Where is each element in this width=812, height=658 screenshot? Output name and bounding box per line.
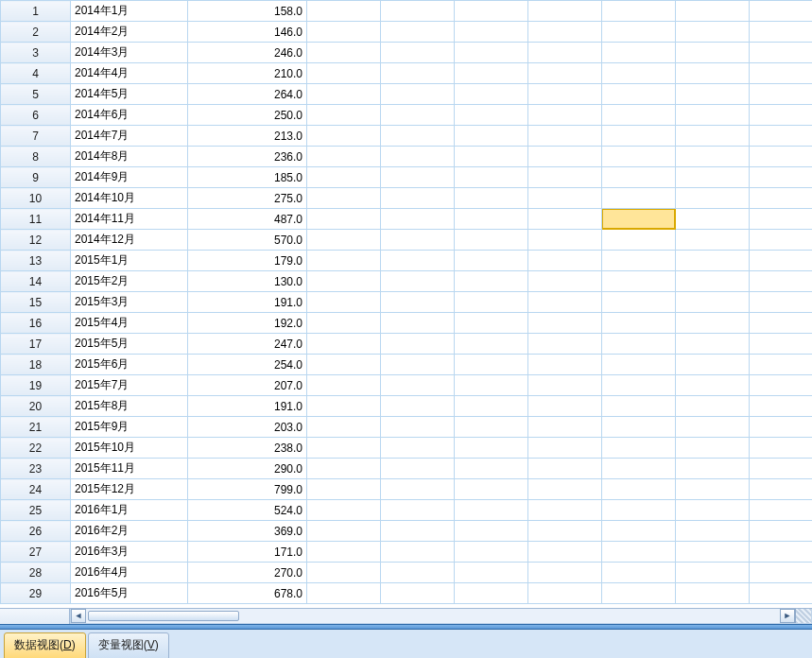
cell-empty[interactable] [455,479,528,500]
cell-empty[interactable] [455,105,528,126]
cell-date[interactable]: 2015年10月 [71,438,188,459]
cell-empty[interactable] [676,417,750,438]
cell-value[interactable]: 270.0 [188,563,307,583]
cell-empty[interactable] [455,1,528,22]
cell-empty[interactable] [676,375,750,396]
cell-empty[interactable] [528,271,602,292]
cell-empty[interactable] [602,230,676,251]
cell-selected[interactable] [602,209,676,230]
cell-empty[interactable] [750,209,813,230]
row-header[interactable]: 20 [1,396,71,417]
scroll-thumb[interactable] [88,611,239,621]
cell-date[interactable]: 2014年1月 [71,1,188,22]
cell-empty[interactable] [455,521,528,542]
cell-empty[interactable] [750,22,813,43]
cell-empty[interactable] [750,459,813,479]
row-header[interactable]: 8 [1,147,71,167]
cell-empty[interactable] [455,583,528,604]
cell-empty[interactable] [750,417,813,438]
cell-empty[interactable] [750,230,813,251]
cell-value[interactable]: 210.0 [188,63,307,84]
cell-date[interactable]: 2014年8月 [71,147,188,167]
cell-empty[interactable] [381,438,455,459]
row-header[interactable]: 17 [1,334,71,355]
cell-empty[interactable] [528,542,602,563]
cell-date[interactable]: 2014年11月 [71,209,188,230]
cell-date[interactable]: 2015年6月 [71,355,188,375]
cell-empty[interactable] [307,43,381,63]
cell-empty[interactable] [676,188,750,209]
cell-empty[interactable] [528,334,602,355]
cell-value[interactable]: 678.0 [188,583,307,604]
cell-empty[interactable] [676,105,750,126]
cell-empty[interactable] [676,563,750,583]
cell-empty[interactable] [455,459,528,479]
cell-empty[interactable] [676,271,750,292]
cell-empty[interactable] [307,188,381,209]
cell-date[interactable]: 2016年4月 [71,563,188,583]
cell-empty[interactable] [750,375,813,396]
cell-empty[interactable] [307,22,381,43]
cell-value[interactable]: 275.0 [188,188,307,209]
cell-empty[interactable] [455,438,528,459]
cell-empty[interactable] [528,438,602,459]
cell-empty[interactable] [602,521,676,542]
cell-empty[interactable] [455,147,528,167]
cell-date[interactable]: 2014年2月 [71,22,188,43]
row-header[interactable]: 7 [1,126,71,147]
row-header[interactable]: 1 [1,1,71,22]
row-header[interactable]: 28 [1,563,71,583]
cell-empty[interactable] [307,459,381,479]
cell-empty[interactable] [750,63,813,84]
tab-variable-view[interactable]: 变量视图(V) [88,632,169,658]
cell-empty[interactable] [602,355,676,375]
cell-empty[interactable] [528,459,602,479]
cell-date[interactable]: 2016年2月 [71,521,188,542]
cell-empty[interactable] [676,459,750,479]
row-header[interactable]: 5 [1,84,71,105]
cell-date[interactable]: 2014年7月 [71,126,188,147]
cell-empty[interactable] [455,22,528,43]
cell-empty[interactable] [528,84,602,105]
cell-empty[interactable] [381,292,455,313]
cell-empty[interactable] [602,500,676,521]
cell-empty[interactable] [381,459,455,479]
cell-empty[interactable] [528,521,602,542]
row-header[interactable]: 21 [1,417,71,438]
row-header[interactable]: 6 [1,105,71,126]
cell-empty[interactable] [528,417,602,438]
cell-date[interactable]: 2015年7月 [71,375,188,396]
tab-data-view[interactable]: 数据视图(D) [4,632,86,658]
row-header[interactable]: 18 [1,355,71,375]
cell-empty[interactable] [307,230,381,251]
cell-value[interactable]: 203.0 [188,417,307,438]
cell-empty[interactable] [307,334,381,355]
cell-empty[interactable] [307,438,381,459]
cell-empty[interactable] [528,230,602,251]
row-header[interactable]: 4 [1,63,71,84]
cell-value[interactable]: 213.0 [188,126,307,147]
cell-empty[interactable] [307,105,381,126]
cell-empty[interactable] [602,105,676,126]
cell-empty[interactable] [455,396,528,417]
row-header[interactable]: 15 [1,292,71,313]
cell-empty[interactable] [676,500,750,521]
cell-date[interactable]: 2014年3月 [71,43,188,63]
cell-empty[interactable] [750,500,813,521]
scroll-left-arrow-icon[interactable]: ◄ [71,609,86,623]
cell-date[interactable]: 2014年4月 [71,63,188,84]
cell-empty[interactable] [381,251,455,271]
cell-empty[interactable] [602,563,676,583]
horizontal-scrollbar[interactable]: ◄ ► [70,609,812,624]
row-header[interactable]: 11 [1,209,71,230]
cell-empty[interactable] [602,583,676,604]
cell-empty[interactable] [750,583,813,604]
cell-date[interactable]: 2015年4月 [71,313,188,334]
cell-empty[interactable] [676,84,750,105]
cell-value[interactable]: 290.0 [188,459,307,479]
cell-value[interactable]: 158.0 [188,1,307,22]
cell-date[interactable]: 2015年2月 [71,271,188,292]
cell-empty[interactable] [455,563,528,583]
cell-empty[interactable] [307,209,381,230]
cell-empty[interactable] [307,563,381,583]
